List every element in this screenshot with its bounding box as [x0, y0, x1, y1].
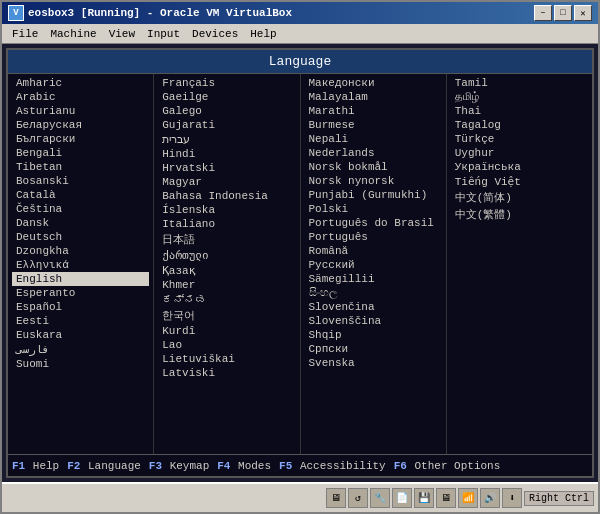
menu-help[interactable]: Help [244, 27, 282, 41]
list-item[interactable]: Íslenska [158, 203, 295, 217]
list-item[interactable]: Tamil [451, 76, 588, 90]
list-item[interactable]: Deutsch [12, 230, 149, 244]
list-item[interactable]: Norsk bokmål [305, 160, 442, 174]
menu-machine[interactable]: Machine [44, 27, 102, 41]
list-item[interactable]: Dzongkha [12, 244, 149, 258]
minimize-button[interactable]: – [534, 5, 552, 21]
list-item[interactable]: Thai [451, 104, 588, 118]
list-item[interactable]: Українська [451, 160, 588, 174]
list-item[interactable]: Shqip [305, 328, 442, 342]
list-item[interactable]: Eesti [12, 314, 149, 328]
list-item[interactable]: ಕನ್ನಡ [158, 292, 295, 307]
list-item[interactable]: Español [12, 300, 149, 314]
taskbar-icon-7[interactable]: 📶 [458, 488, 478, 508]
list-item[interactable]: Français [158, 76, 295, 90]
list-item[interactable]: Polski [305, 202, 442, 216]
list-item[interactable]: Italiano [158, 217, 295, 231]
list-item[interactable]: Punjabi (Gurmukhi) [305, 188, 442, 202]
taskbar-icon-3[interactable]: 🔧 [370, 488, 390, 508]
list-item[interactable]: Slovenčina [305, 300, 442, 314]
list-item[interactable]: Svenska [305, 356, 442, 370]
list-item[interactable]: עברית [158, 132, 295, 147]
label-help: Help [26, 460, 59, 472]
restore-button[interactable]: □ [554, 5, 572, 21]
taskbar-icon-9[interactable]: ⬇ [502, 488, 522, 508]
list-item[interactable]: Português do Brasil [305, 216, 442, 230]
list-item[interactable]: 中文(简体) [451, 189, 588, 206]
taskbar-icon-5[interactable]: 💾 [414, 488, 434, 508]
footer-f4[interactable]: F4 Modes [217, 460, 271, 472]
list-item[interactable]: Khmer [158, 278, 295, 292]
list-item[interactable]: Suomi [12, 357, 149, 371]
list-item[interactable]: Latviski [158, 366, 295, 380]
menu-file[interactable]: File [6, 27, 44, 41]
taskbar-icon-1[interactable]: 🖥 [326, 488, 346, 508]
list-item[interactable]: ქართული [158, 248, 295, 263]
list-item[interactable]: Русский [305, 258, 442, 272]
list-item[interactable]: Bahasa Indonesia [158, 189, 295, 203]
list-item[interactable]: فارسی [12, 342, 149, 357]
list-item[interactable]: Қазақ [158, 263, 295, 278]
list-item[interactable]: Bosanski [12, 174, 149, 188]
taskbar-icon-4[interactable]: 📄 [392, 488, 412, 508]
list-item[interactable]: Marathi [305, 104, 442, 118]
list-item[interactable]: 日本語 [158, 231, 295, 248]
taskbar-icon-8[interactable]: 🔊 [480, 488, 500, 508]
menu-devices[interactable]: Devices [186, 27, 244, 41]
list-item[interactable]: Asturianu [12, 104, 149, 118]
list-item[interactable]: Dansk [12, 216, 149, 230]
close-button[interactable]: ✕ [574, 5, 592, 21]
list-item[interactable]: Burmese [305, 118, 442, 132]
list-item[interactable]: Nepali [305, 132, 442, 146]
list-item[interactable]: Uyghur [451, 146, 588, 160]
list-item[interactable]: Македонски [305, 76, 442, 90]
language-english[interactable]: English [12, 272, 149, 286]
footer-f3[interactable]: F3 Keymap [149, 460, 209, 472]
list-item[interactable]: 한국어 [158, 307, 295, 324]
list-item[interactable]: Română [305, 244, 442, 258]
list-item[interactable]: Tibetan [12, 160, 149, 174]
list-item[interactable]: Euskara [12, 328, 149, 342]
footer-f1[interactable]: F1 Help [12, 460, 59, 472]
list-item[interactable]: Беларуская [12, 118, 149, 132]
list-item[interactable]: සිංහල [305, 286, 442, 300]
list-item[interactable]: 中文(繁體) [451, 206, 588, 223]
list-item[interactable]: Kurdî [158, 324, 295, 338]
right-ctrl-button[interactable]: Right Ctrl [524, 491, 594, 506]
list-item[interactable]: Magyar [158, 175, 295, 189]
list-item[interactable]: Sämegillii [305, 272, 442, 286]
taskbar-icon-2[interactable]: ↺ [348, 488, 368, 508]
list-item[interactable]: Čeština [12, 202, 149, 216]
window-title: eosbox3 [Running] - Oracle VM VirtualBox [28, 7, 292, 19]
list-item[interactable]: Català [12, 188, 149, 202]
footer-f2[interactable]: F2 Language [67, 460, 141, 472]
footer-f5[interactable]: F5 Accessibility [279, 460, 386, 472]
list-item[interactable]: தமிழ் [451, 90, 588, 104]
list-item[interactable]: Slovenščina [305, 314, 442, 328]
list-item[interactable]: Български [12, 132, 149, 146]
list-item[interactable]: Bengali [12, 146, 149, 160]
list-item[interactable]: Amharic [12, 76, 149, 90]
list-item[interactable]: Esperanto [12, 286, 149, 300]
list-item[interactable]: Tagalog [451, 118, 588, 132]
list-item[interactable]: Српски [305, 342, 442, 356]
list-item[interactable]: Gujarati [158, 118, 295, 132]
list-item[interactable]: Nederlands [305, 146, 442, 160]
list-item[interactable]: Türkçe [451, 132, 588, 146]
list-item[interactable]: Lao [158, 338, 295, 352]
footer-f6[interactable]: F6 Other Options [394, 460, 501, 472]
menu-input[interactable]: Input [141, 27, 186, 41]
list-item[interactable]: Ελληνικά [12, 258, 149, 272]
menu-view[interactable]: View [103, 27, 141, 41]
list-item[interactable]: Português [305, 230, 442, 244]
list-item[interactable]: Galego [158, 104, 295, 118]
list-item[interactable]: Lietuviškai [158, 352, 295, 366]
list-item[interactable]: Hindi [158, 147, 295, 161]
list-item[interactable]: Norsk nynorsk [305, 174, 442, 188]
list-item[interactable]: Malayalam [305, 90, 442, 104]
taskbar-icon-6[interactable]: 🖥 [436, 488, 456, 508]
list-item[interactable]: Arabic [12, 90, 149, 104]
list-item[interactable]: Hrvatski [158, 161, 295, 175]
list-item[interactable]: Tiếng Việt [451, 174, 588, 189]
list-item[interactable]: Gaeilge [158, 90, 295, 104]
